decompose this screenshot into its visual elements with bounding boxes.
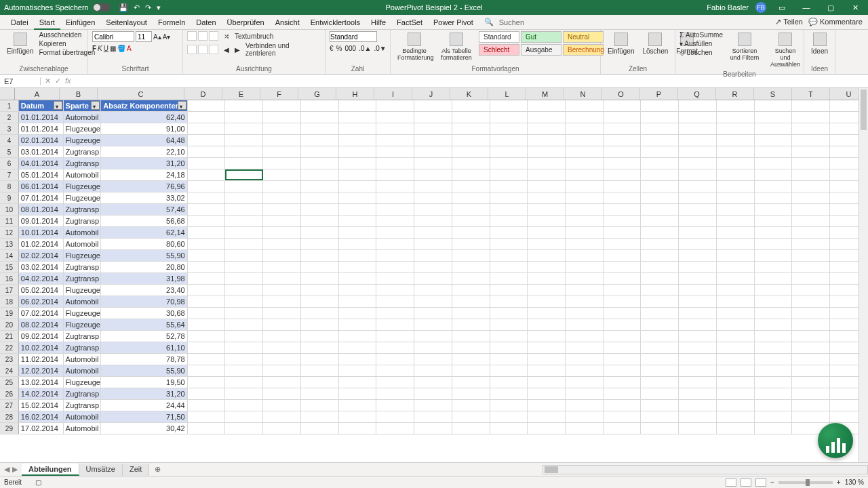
align-top-icon[interactable] [187,31,197,41]
macro-record-icon[interactable]: ▢ [35,479,41,486]
cell[interactable] [717,262,755,272]
col-header-D[interactable]: D [184,88,222,100]
cell[interactable] [490,123,528,134]
cell[interactable]: 55,90 [101,365,187,376]
cell[interactable] [490,423,528,434]
cell[interactable] [792,169,830,180]
cell[interactable] [414,365,452,376]
cell[interactable]: 30,42 [101,423,187,434]
cell[interactable] [641,169,679,180]
cell[interactable]: Flugzeuge [64,250,102,261]
cell[interactable] [452,158,490,169]
cell[interactable] [301,239,339,249]
cell[interactable] [490,135,528,146]
cell[interactable] [414,342,452,353]
cell[interactable] [188,216,226,226]
cell[interactable]: Zugtransp [64,216,102,226]
cell[interactable] [339,158,377,169]
cell[interactable] [679,400,717,411]
cell[interactable] [339,319,377,330]
cell[interactable] [225,308,263,319]
cell[interactable] [452,377,490,388]
cell[interactable] [679,112,717,123]
cell[interactable]: 06.02.2014 [19,296,64,307]
cell[interactable]: 78,78 [101,354,187,365]
cell[interactable] [566,319,604,330]
cell[interactable] [566,262,604,272]
cell[interactable] [528,342,566,353]
cell[interactable] [792,308,830,319]
cell[interactable] [188,146,226,157]
cell[interactable]: Automobil [64,365,102,376]
cell[interactable] [566,423,604,434]
undo-icon[interactable]: ↶ [134,3,140,12]
cell[interactable] [376,146,414,157]
cell[interactable] [188,227,226,238]
cell[interactable] [566,227,604,238]
cell[interactable] [528,319,566,330]
cell[interactable]: Automobil [64,227,102,238]
cell[interactable] [301,112,339,123]
cell[interactable] [339,342,377,353]
cell[interactable] [604,308,642,319]
row-header[interactable]: 12 [0,227,19,238]
cell[interactable]: 71,50 [101,411,187,422]
sheet-tab-abteilungen[interactable]: Abteilungen [22,464,79,476]
cell[interactable]: 03.01.2014 [19,146,64,157]
insert-cells-button[interactable]: Einfügen [605,31,637,56]
horizontal-scrollbar[interactable] [542,465,868,474]
cell[interactable] [414,169,452,180]
cell[interactable] [225,342,263,353]
cell[interactable] [225,423,263,434]
cell[interactable] [792,158,830,169]
table-header-A[interactable]: Datum [19,100,64,111]
currency-icon[interactable]: € [330,45,334,52]
cell[interactable] [679,227,717,238]
cell[interactable] [641,158,679,169]
close-icon[interactable]: ✕ [846,3,864,12]
cell[interactable] [528,296,566,307]
cell[interactable] [301,331,339,342]
cell[interactable] [490,192,528,203]
cell[interactable] [263,204,301,215]
cell[interactable] [755,204,793,215]
cell[interactable] [755,216,793,226]
cell[interactable]: Automobil [64,354,102,365]
share-button[interactable]: ↗ Teilen [775,18,803,26]
cell[interactable] [792,146,830,157]
delete-cells-button[interactable]: Löschen [639,31,671,56]
row-header[interactable]: 20 [0,319,19,330]
cell[interactable] [376,411,414,422]
cell[interactable]: 09.01.2014 [19,216,64,226]
cell[interactable] [414,100,452,111]
cell[interactable] [301,308,339,319]
tab-power-pivot[interactable]: Power Pivot [428,16,479,28]
cell[interactable] [566,285,604,296]
cell[interactable] [414,146,452,157]
cell[interactable] [225,100,263,111]
cell[interactable] [717,308,755,319]
cell[interactable] [414,400,452,411]
cell[interactable] [490,400,528,411]
sheet-tab-umsätze[interactable]: Umsätze [79,464,123,476]
cell[interactable] [604,239,642,249]
cell[interactable]: 07.01.2014 [19,192,64,203]
italic-button[interactable]: K [98,45,102,52]
cell[interactable] [188,285,226,296]
table-header-B[interactable]: Sparte [64,100,102,111]
cell[interactable] [301,181,339,192]
cell[interactable] [452,388,490,399]
cell[interactable] [188,204,226,215]
cell[interactable]: 76,96 [101,181,187,192]
cell[interactable] [301,273,339,284]
find-select-button[interactable]: Suchen und Auswählen [766,31,804,69]
cell[interactable] [792,388,830,399]
cell[interactable] [188,342,226,353]
cell[interactable] [528,239,566,249]
dec-decimal-icon[interactable]: .0▼ [374,45,386,52]
cell[interactable] [717,192,755,203]
cell[interactable] [188,319,226,330]
cell[interactable] [679,331,717,342]
cell[interactable] [339,250,377,261]
view-pagebreak-icon[interactable] [755,479,766,487]
